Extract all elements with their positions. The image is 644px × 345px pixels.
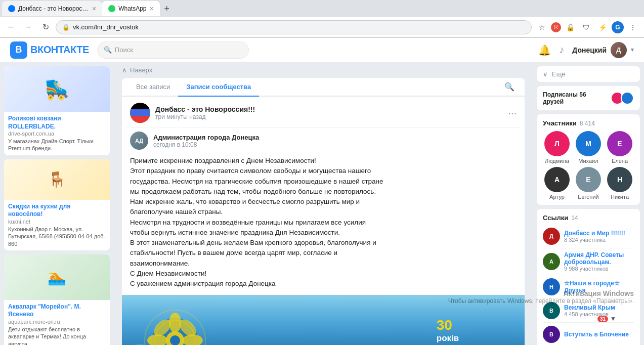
menu-button[interactable]: ⋮: [626, 20, 640, 34]
ukraine-years: 30: [437, 317, 494, 333]
ad-url-3: aquapark.more-on.ru: [8, 319, 106, 325]
member-avatar-nikita: Н: [607, 167, 632, 192]
back-button[interactable]: ←: [4, 20, 18, 34]
ad-body-2: Скидки на кухни для новосёлов! kuxni.net…: [4, 200, 110, 250]
naverh-button[interactable]: ∧ Наверх: [122, 62, 525, 78]
left-sidebar: 🛼 Роликові ковзани ROLLERBLADE. drive-sp…: [0, 62, 114, 345]
post-text-line-8: чтобы вернуть истинное значение праздник…: [130, 229, 340, 236]
member-name-nikita: Никита: [611, 194, 629, 200]
new-tab-button[interactable]: +: [160, 2, 174, 16]
post-text-line-2: Этот праздник по праву считается символо…: [130, 167, 371, 175]
link-icon-4: В: [543, 302, 560, 319]
extension3-button[interactable]: 🛡: [579, 20, 593, 34]
link-item-2[interactable]: А Армия ДНР. Советы добровольцам. 9 988 …: [543, 248, 634, 275]
refresh-button[interactable]: ↻: [38, 20, 53, 34]
forward-button[interactable]: →: [21, 20, 35, 34]
link-name-5: Вступить в Бпочение: [564, 331, 634, 338]
extension1-button[interactable]: R: [551, 22, 561, 32]
music-icon[interactable]: ♪: [559, 44, 564, 56]
post-text-line-6: благополучие нашей страны.: [130, 208, 223, 215]
ad-card-3[interactable]: 🏊 Аквапарк "Морейон". М. Ясенево aquapar…: [4, 254, 110, 345]
address-text: vk.com/lnr_dnr_vostok: [73, 23, 139, 31]
tab-all-posts[interactable]: Все записи: [128, 78, 178, 97]
member-avatar-artur: А: [544, 167, 570, 192]
ad-card-2[interactable]: 🪑 Скидки на кухни для новосёлов! kuxni.n…: [4, 159, 110, 250]
links-count: 14: [571, 214, 578, 222]
post-text-line-12: С Днем Независимости!: [130, 270, 206, 277]
search-bar[interactable]: 🔍 Поиск: [97, 41, 249, 59]
member-avatar-lyudmila: Л: [544, 131, 570, 156]
header-user[interactable]: Донецкий Д ▾: [572, 42, 634, 58]
ad-desc-2: Кухонный Двор г. Москва, ул. Бутырская, …: [8, 226, 106, 247]
notification-arrow: ▼: [610, 315, 616, 322]
post-text-line-9: В этот знаменательный день желаем Вам кр…: [130, 239, 376, 246]
post-text-line-1: Примите искренние поздравления с Днем Не…: [130, 157, 316, 164]
member-name-elena: Елена: [612, 158, 628, 164]
vk-logo[interactable]: В ВКОНТАКТЕ: [10, 41, 89, 59]
notification-area: 31 ▼: [597, 315, 616, 322]
address-bar[interactable]: 🔒 vk.com/lnr_dnr_vostok: [56, 20, 532, 34]
member-evgeny[interactable]: Е Евгений: [574, 167, 603, 200]
tab-whatsapp[interactable]: WhatsApp ×: [102, 1, 160, 16]
tab-search-icon[interactable]: 🔍: [500, 78, 519, 96]
tab-wa-title: WhatsApp: [118, 5, 146, 12]
source-avatar: АД: [130, 132, 148, 150]
ad-body-1: Роликові ковзани ROLLERBLADE. drive-spor…: [4, 112, 110, 155]
vk-logo-icon: В: [10, 41, 27, 59]
notification-badge: 31: [597, 316, 608, 322]
link-item-3[interactable]: Н ☆Наши в городе☆ Друзья: [543, 275, 634, 299]
member-artur[interactable]: А Артур: [543, 167, 571, 200]
browser-chrome: Донбасс - это Новороссия!!! × WhatsApp ×…: [0, 0, 644, 38]
search-icon: 🔍: [104, 46, 112, 54]
link-info-1: Донбасс и Мир !!!!!!! 8 324 участника: [564, 230, 634, 243]
link-info-3: ☆Наши в городе☆ Друзья: [564, 280, 634, 294]
more-button[interactable]: ∨ Ещё: [537, 66, 640, 82]
members-grid-row2: А Артур Е Евгений Н Никита: [543, 167, 634, 200]
member-elena[interactable]: Е Елена: [606, 131, 634, 164]
extension2-button[interactable]: 🔒: [563, 20, 577, 34]
member-lyudmila[interactable]: Л Людмила: [543, 131, 571, 164]
post-text-line-13: С уважением администрация города Донецка: [130, 280, 276, 287]
link-info-2: Армия ДНР. Советы добровольцам. 9 988 уч…: [564, 251, 634, 272]
ad-desc-3: Дети отдыхают бесплатно в аквапарке и Те…: [8, 326, 106, 345]
community-info: Донбасс - это Новороссия!!! три минуты н…: [155, 105, 503, 120]
search-placeholder: Поиск: [115, 46, 133, 54]
post-text: Примите искренние поздравления с Днем Не…: [122, 154, 525, 295]
member-name-mikhail: Михаил: [578, 158, 598, 164]
source-info: Администрация города Донецка сегодня в 1…: [153, 134, 259, 148]
feed-tabs: Все записи Записи сообщества 🔍: [122, 78, 525, 97]
tab-bar: Донбасс - это Новороссия!!! × WhatsApp ×…: [0, 0, 644, 17]
post-card: Донбасс - это Новороссия!!! три минуты н…: [122, 97, 525, 345]
ad-title-2: Скидки на кухни для новосёлов!: [8, 203, 106, 219]
vk-logo-letter: В: [16, 45, 22, 55]
post-source: АД Администрация города Донецка сегодня …: [122, 127, 525, 154]
link-item-4[interactable]: В Вежливый Крым 4 458 участников: [543, 299, 634, 323]
post-more-button[interactable]: ···: [508, 107, 517, 119]
link-item-5[interactable]: В Вступить в Бпочение: [543, 323, 634, 345]
tab-vk[interactable]: Донбасс - это Новороссия!!! ×: [2, 1, 102, 16]
tab-wa-close[interactable]: ×: [150, 5, 154, 12]
link-members-1: 8 324 участника: [564, 237, 634, 243]
bell-icon[interactable]: 🔔: [538, 44, 551, 56]
ad-desc-1: У магазинах Драйв-Спорт. Тільки Premium …: [8, 138, 106, 152]
friends-subscribed-text: Подписаны 56 друзей: [543, 91, 608, 105]
tab-community-posts[interactable]: Записи сообщества: [178, 78, 259, 97]
member-nikita[interactable]: Н Никита: [606, 167, 634, 200]
link-members-2: 9 988 участников: [564, 266, 634, 272]
link-name-2: Армия ДНР. Советы добровольцам.: [564, 251, 634, 266]
vk-page: В ВКОНТАКТЕ 🔍 Поиск 🔔 ♪ Донецкий Д ▾: [0, 38, 644, 345]
ad-image-1: 🛼: [4, 66, 110, 112]
link-icon-3: Н: [543, 278, 560, 295]
ad-card-1[interactable]: 🛼 Роликові ковзани ROLLERBLADE. drive-sp…: [4, 66, 110, 155]
tab-vk-close[interactable]: ×: [92, 5, 96, 12]
bookmark-button[interactable]: ☆: [535, 20, 549, 34]
source-time: сегодня в 10:08: [153, 141, 259, 148]
extension4-button[interactable]: ⚡: [595, 20, 610, 34]
vk-search[interactable]: 🔍 Поиск: [97, 41, 249, 59]
ad-url-2: kuxni.net: [8, 219, 106, 225]
community-name: Донбасс - это Новороссия!!!: [155, 105, 503, 113]
link-item-1[interactable]: Д Донбасс и Мир !!!!!!! 8 324 участника: [543, 225, 634, 248]
members-count: 8 414: [580, 120, 595, 127]
member-mikhail[interactable]: М Михаил: [574, 131, 603, 164]
user-profile-button[interactable]: G: [612, 21, 624, 33]
